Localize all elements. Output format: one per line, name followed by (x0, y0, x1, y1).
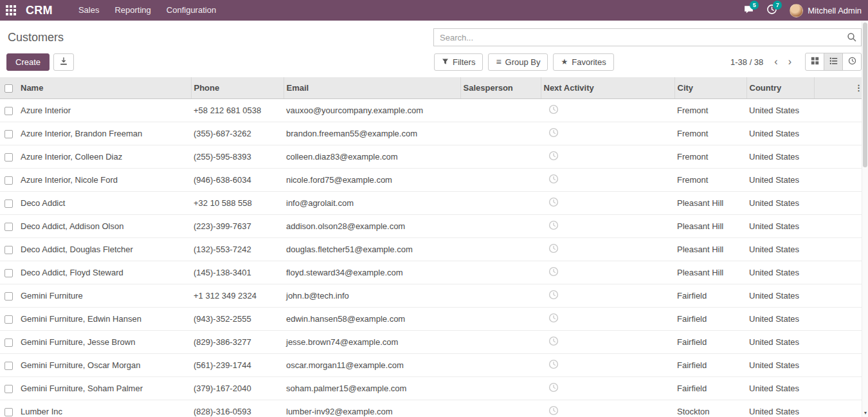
table-row[interactable]: Azure Interior, Nicole Ford (946)-638-60… (0, 168, 868, 191)
column-header-email[interactable]: Email (284, 77, 460, 98)
pager-previous-icon[interactable]: ‹ (770, 57, 782, 67)
row-checkbox[interactable] (5, 269, 13, 277)
row-checkbox[interactable] (5, 153, 13, 162)
table-row[interactable]: Lumber Inc (828)-316-0593 lumber-inv92@e… (0, 400, 868, 417)
cell-email: soham.palmer15@example.com (284, 376, 460, 400)
table-row[interactable]: Azure Interior +58 212 681 0538 vauxoo@y… (0, 98, 868, 122)
cell-next-activity (541, 284, 674, 307)
export-button[interactable] (53, 53, 74, 71)
row-checkbox[interactable] (5, 385, 13, 393)
next-activity-clock-icon[interactable] (543, 220, 559, 230)
cell-email: lumber-inv92@example.com (284, 400, 460, 417)
row-checkbox[interactable] (5, 292, 13, 301)
menu-configuration[interactable]: Configuration (159, 0, 224, 21)
column-header-salesperson[interactable]: Salesperson (460, 77, 541, 98)
next-activity-clock-icon[interactable] (543, 266, 559, 277)
table-row[interactable]: Gemini Furniture, Jesse Brown (829)-386-… (0, 330, 868, 353)
cell-filler (814, 122, 868, 145)
favorites-button[interactable]: ★ Favorites (553, 53, 613, 71)
row-checkbox[interactable] (5, 107, 13, 115)
next-activity-clock-icon[interactable] (543, 290, 559, 300)
next-activity-clock-icon[interactable] (543, 382, 559, 393)
next-activity-clock-icon[interactable] (543, 174, 559, 184)
table-row[interactable]: Gemini Furniture, Edwin Hansen (943)-352… (0, 307, 868, 330)
next-activity-clock-icon[interactable] (543, 405, 559, 416)
table-row[interactable]: Azure Interior, Colleen Diaz (255)-595-8… (0, 145, 868, 168)
user-menu[interactable]: Mitchell Admin (783, 4, 868, 17)
group-by-button[interactable]: ≡ Group By (488, 53, 548, 71)
next-activity-clock-icon[interactable] (543, 243, 559, 254)
table-row[interactable]: Deco Addict, Douglas Fletcher (132)-553-… (0, 237, 868, 261)
view-switcher (805, 53, 862, 71)
breadcrumb[interactable]: Customers (6, 31, 64, 44)
group-by-label: Group By (505, 57, 541, 67)
cell-city: Fairfield (674, 376, 746, 400)
cell-city: Fremont (674, 122, 746, 145)
row-checkbox[interactable] (5, 408, 13, 416)
row-checkbox[interactable] (5, 130, 13, 138)
systray: 5 7 Mitchell Admin (737, 0, 868, 21)
row-checkbox[interactable] (5, 176, 13, 185)
next-activity-clock-icon[interactable] (543, 359, 559, 369)
column-header-country[interactable]: Country (746, 77, 814, 98)
search-box (433, 28, 862, 46)
cell-email: info@agrolait.com (284, 191, 460, 214)
table-row[interactable]: Gemini Furniture, Soham Palmer (379)-167… (0, 376, 868, 400)
row-checkbox[interactable] (5, 223, 13, 231)
menu-sales[interactable]: Sales (71, 0, 107, 21)
column-header-phone[interactable]: Phone (191, 77, 284, 98)
activities-badge: 7 (773, 1, 782, 10)
cell-country: United States (746, 284, 814, 307)
cell-email: colleen.diaz83@example.com (284, 145, 460, 168)
create-button[interactable]: Create (6, 53, 50, 71)
table-row[interactable]: Deco Addict +32 10 588 558 info@agrolait… (0, 191, 868, 214)
grid-icon (6, 5, 16, 15)
list-view-button[interactable] (824, 53, 843, 71)
table-row[interactable]: Deco Addict, Floyd Steward (145)-138-340… (0, 261, 868, 284)
cell-country: United States (746, 98, 814, 122)
search-input[interactable] (433, 28, 862, 46)
next-activity-clock-icon[interactable] (543, 104, 559, 115)
scrollbar-thumb[interactable] (863, 23, 867, 167)
scroll-down-icon[interactable]: ▾ (862, 409, 868, 417)
search-icon[interactable] (847, 32, 857, 42)
table-row[interactable]: Deco Addict, Addison Olson (223)-399-763… (0, 214, 868, 237)
column-header-next-activity[interactable]: Next Activity (541, 77, 674, 98)
next-activity-clock-icon[interactable] (543, 313, 559, 323)
row-checkbox[interactable] (5, 362, 13, 370)
table-row[interactable]: Gemini Furniture +1 312 349 2324 john.b@… (0, 284, 868, 307)
cell-country: United States (746, 400, 814, 417)
cell-salesperson (460, 214, 541, 237)
next-activity-clock-icon[interactable] (543, 336, 559, 346)
cell-filler (814, 353, 868, 376)
cell-email: oscar.morgan11@example.com (284, 353, 460, 376)
cell-next-activity (541, 191, 674, 214)
scrollbar[interactable]: ▾ (862, 21, 868, 417)
activities-button[interactable]: 7 (760, 0, 783, 21)
messages-button[interactable]: 5 (737, 0, 760, 21)
apps-menu-icon[interactable] (0, 0, 22, 21)
app-title[interactable]: CRM (26, 4, 53, 17)
row-checkbox[interactable] (5, 246, 13, 254)
activity-view-button[interactable] (842, 53, 862, 71)
cell-email: brandon.freeman55@example.com (284, 122, 460, 145)
customer-list: Name Phone Email Salesperson Next Activi… (0, 77, 868, 417)
menu-reporting[interactable]: Reporting (107, 0, 158, 21)
kanban-view-button[interactable] (805, 53, 824, 71)
table-row[interactable]: Gemini Furniture, Oscar Morgan (561)-239… (0, 353, 868, 376)
select-all-checkbox[interactable] (5, 84, 13, 93)
next-activity-clock-icon[interactable] (543, 151, 559, 161)
filters-button[interactable]: Filters (434, 53, 483, 71)
column-header-city[interactable]: City (674, 77, 746, 98)
pager-next-icon[interactable]: › (784, 57, 796, 67)
next-activity-clock-icon[interactable] (543, 127, 559, 138)
next-activity-clock-icon[interactable] (543, 197, 559, 207)
table-row[interactable]: Azure Interior, Brandon Freeman (355)-68… (0, 122, 868, 145)
cell-city: Fremont (674, 168, 746, 191)
row-checkbox[interactable] (5, 338, 13, 347)
row-checkbox[interactable] (5, 199, 13, 208)
cell-country: United States (746, 122, 814, 145)
row-checkbox[interactable] (5, 315, 13, 324)
list-icon (829, 57, 838, 67)
column-header-name[interactable]: Name (18, 77, 191, 98)
